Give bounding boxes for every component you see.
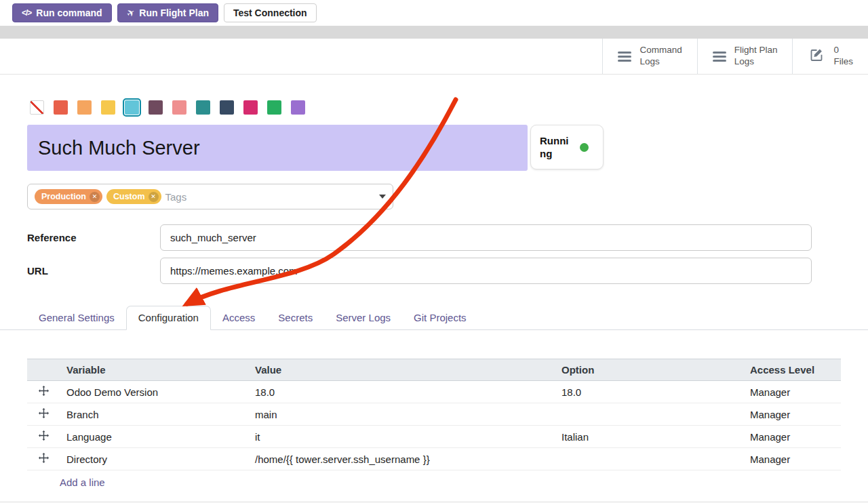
configuration-table: VariableValueOptionAccess Level Odoo Dem… xyxy=(27,359,841,470)
column-header-access-level: Access Level xyxy=(743,359,841,381)
reference-label: Reference xyxy=(27,232,160,243)
color-swatch-2[interactable] xyxy=(77,100,92,115)
top-button-bar: </> Run command ✈ Run Flight Plan Test C… xyxy=(0,0,868,26)
cell-variable[interactable]: Odoo Demo Version xyxy=(60,381,248,403)
cell-option[interactable] xyxy=(555,403,743,426)
color-swatch-7[interactable] xyxy=(196,100,210,115)
tags-placeholder: Tags xyxy=(165,191,187,203)
edit-icon xyxy=(808,47,825,66)
color-swatch-10[interactable] xyxy=(267,100,281,115)
add-line-button[interactable]: Add a line xyxy=(60,477,105,488)
color-swatch-1[interactable] xyxy=(54,100,68,115)
title-row: Running xyxy=(27,125,868,171)
table-body: Odoo Demo Version18.018.0ManagerBranchma… xyxy=(27,381,841,470)
code-icon: </> xyxy=(22,8,31,18)
flight-plan-logs-label: Flight Plan Logs xyxy=(734,45,778,68)
status-badge[interactable]: Running xyxy=(530,125,604,169)
table-row: Odoo Demo Version18.018.0Manager xyxy=(27,381,841,403)
column-header-option: Option xyxy=(555,359,743,381)
add-line-row: Add a line xyxy=(27,470,841,496)
tag-production[interactable]: Production✕ xyxy=(35,189,102,204)
tab-git-projects[interactable]: Git Projects xyxy=(402,306,478,329)
list-icon xyxy=(713,52,726,62)
color-swatch-9[interactable] xyxy=(243,100,258,115)
cell-variable[interactable]: Branch xyxy=(60,403,248,426)
reference-input[interactable] xyxy=(160,224,812,251)
color-swatch-8[interactable] xyxy=(220,100,234,115)
cell-value[interactable]: main xyxy=(248,403,555,426)
server-form-page: </> Run command ✈ Run Flight Plan Test C… xyxy=(0,0,868,503)
table-row: BranchmainManager xyxy=(27,403,841,426)
drag-handle-icon[interactable] xyxy=(27,448,60,470)
list-icon xyxy=(618,52,631,62)
cell-access-level[interactable]: Manager xyxy=(743,426,841,448)
files-label: 0 Files xyxy=(833,45,853,68)
run-flight-plan-label: Run Flight Plan xyxy=(139,7,209,18)
tab-configuration[interactable]: Configuration xyxy=(126,306,211,330)
run-command-label: Run command xyxy=(36,7,102,18)
command-logs-label: Command Logs xyxy=(639,45,682,68)
cell-option[interactable] xyxy=(555,448,743,470)
header-bar: Command Logs Flight Plan Logs 0 Files xyxy=(0,39,868,75)
cell-value[interactable]: /home/{{ tower.server.ssh_username }} xyxy=(248,448,555,470)
color-swatch-0[interactable] xyxy=(30,100,44,115)
cell-access-level[interactable]: Manager xyxy=(743,403,841,426)
tab-access[interactable]: Access xyxy=(211,306,267,329)
handle-column-header xyxy=(27,359,60,381)
form-content: Running Production✕Custom✕ Tags Referenc… xyxy=(0,75,868,496)
cell-access-level[interactable]: Manager xyxy=(743,448,841,470)
table-row: Directory/home/{{ tower.server.ssh_usern… xyxy=(27,448,841,470)
flight-plan-logs-button[interactable]: Flight Plan Logs xyxy=(697,39,793,74)
column-header-value: Value xyxy=(248,359,555,381)
color-swatch-11[interactable] xyxy=(291,100,305,115)
tab-server-logs[interactable]: Server Logs xyxy=(324,306,402,329)
remove-tag-icon[interactable]: ✕ xyxy=(90,192,100,202)
color-swatch-5[interactable] xyxy=(149,100,163,115)
tab-secrets[interactable]: Secrets xyxy=(267,306,324,329)
color-swatch-4[interactable] xyxy=(125,100,139,115)
test-connection-label: Test Connection xyxy=(233,7,307,18)
cell-option[interactable]: 18.0 xyxy=(555,381,743,403)
stat-line: Logs xyxy=(734,56,778,68)
drag-handle-icon[interactable] xyxy=(27,426,60,448)
color-swatch-6[interactable] xyxy=(172,100,186,115)
color-swatch-3[interactable] xyxy=(101,100,115,115)
url-label: URL xyxy=(27,265,160,277)
files-count: 0 xyxy=(833,45,853,56)
tag-label: Custom xyxy=(113,192,145,201)
cell-value[interactable]: it xyxy=(248,426,555,448)
test-connection-button[interactable]: Test Connection xyxy=(224,3,317,22)
drag-handle-icon[interactable] xyxy=(27,403,60,426)
url-input[interactable] xyxy=(160,258,812,284)
plane-icon: ✈ xyxy=(124,6,136,20)
status-label: Running xyxy=(540,134,574,161)
column-header-variable: Variable xyxy=(60,359,248,381)
table-row: LanguageitItalianManager xyxy=(27,426,841,448)
cell-variable[interactable]: Language xyxy=(60,426,248,448)
color-palette xyxy=(30,100,868,115)
table-header-row: VariableValueOptionAccess Level xyxy=(27,359,841,381)
cell-variable[interactable]: Directory xyxy=(60,448,248,470)
tab-general-settings[interactable]: General Settings xyxy=(27,306,126,329)
files-button[interactable]: 0 Files xyxy=(792,39,868,74)
bottom-divider xyxy=(0,502,868,502)
run-flight-plan-button[interactable]: ✈ Run Flight Plan xyxy=(117,3,218,22)
run-command-button[interactable]: </> Run command xyxy=(12,3,112,22)
chevron-down-icon[interactable] xyxy=(379,195,386,199)
stat-line: Logs xyxy=(639,56,682,68)
cell-access-level[interactable]: Manager xyxy=(743,381,841,403)
url-field-row: URL xyxy=(27,258,868,284)
reference-field-row: Reference xyxy=(27,224,868,251)
cell-value[interactable]: 18.0 xyxy=(248,381,555,403)
stat-line: Flight Plan xyxy=(734,45,778,56)
tags-field[interactable]: Production✕Custom✕ Tags xyxy=(27,184,393,209)
server-name-input[interactable] xyxy=(27,125,528,171)
notebook-tabs: General SettingsConfigurationAccessSecre… xyxy=(0,306,868,330)
cell-option[interactable]: Italian xyxy=(555,426,743,448)
command-logs-button[interactable]: Command Logs xyxy=(602,39,696,74)
drag-handle-icon[interactable] xyxy=(27,381,60,403)
stat-line: Files xyxy=(833,56,853,68)
remove-tag-icon[interactable]: ✕ xyxy=(149,192,159,202)
tag-custom[interactable]: Custom✕ xyxy=(106,189,161,204)
separator-band xyxy=(0,26,868,39)
